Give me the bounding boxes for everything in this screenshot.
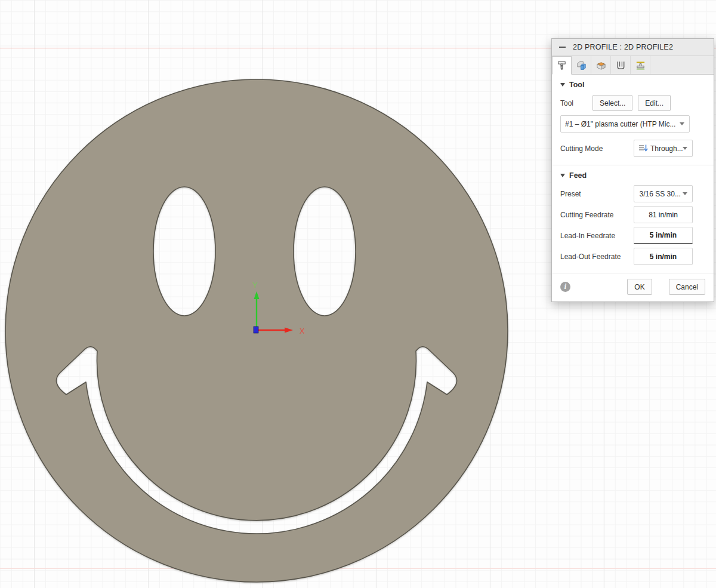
dialog-tabs (552, 56, 714, 75)
origin-marker (254, 327, 258, 333)
cutting-feedrate-row: Cutting Feedrate (560, 206, 705, 223)
info-glyph: i (564, 282, 566, 291)
geometry-icon (576, 60, 587, 71)
chevron-down-icon (683, 147, 687, 150)
profile-dialog: 2D PROFILE : 2D PROFILE2 (551, 38, 714, 302)
dialog-body: Tool Tool Select... Edit... #1 – Ø1" pla… (552, 75, 714, 301)
section-tool-label: Tool (569, 81, 584, 89)
chevron-down-icon (683, 192, 687, 195)
tab-geometry[interactable] (572, 56, 591, 74)
cancel-button[interactable]: Cancel (669, 279, 705, 295)
cutting-feedrate-label: Cutting Feedrate (560, 211, 613, 219)
x-axis-label: X (300, 327, 305, 335)
lead-in-feedrate-label: Lead-In Feedrate (560, 232, 615, 240)
tool-dropdown[interactable]: #1 – Ø1" plasma cutter (HTP Mic... (560, 115, 690, 133)
tab-linking[interactable] (631, 56, 650, 74)
heights-icon (595, 60, 607, 71)
section-feed-label: Feed (569, 171, 587, 180)
lead-in-feedrate-row: Lead-In Feedrate (560, 227, 705, 244)
cutting-mode-icon (638, 144, 648, 153)
section-tool-header[interactable]: Tool (552, 75, 714, 94)
preset-label: Preset (560, 190, 581, 198)
collapse-triangle-icon (560, 174, 565, 177)
cutting-mode-row: Cutting Mode Through... (560, 140, 705, 157)
edit-tool-button[interactable]: Edit... (638, 95, 671, 111)
cutting-mode-dropdown[interactable]: Through... (634, 140, 693, 157)
collapse-triangle-icon (560, 83, 565, 87)
ok-button[interactable]: OK (627, 279, 652, 295)
passes-icon (615, 60, 626, 71)
cutting-mode-value: Through... (650, 144, 683, 153)
tab-heights[interactable] (591, 56, 611, 74)
tab-passes[interactable] (611, 56, 631, 74)
tool-dropdown-value: #1 – Ø1" plasma cutter (HTP Mic... (565, 120, 675, 128)
linking-icon (635, 60, 646, 71)
preset-row: Preset 3/16 SS 30... (560, 185, 705, 202)
chevron-down-icon (680, 122, 684, 125)
collapse-icon[interactable] (559, 47, 566, 48)
tool-label: Tool (560, 99, 573, 107)
lead-out-feedrate-row: Lead-Out Feedrate (560, 248, 705, 265)
lead-out-feedrate-label: Lead-Out Feedrate (560, 253, 621, 261)
dialog-footer: i OK Cancel (552, 273, 714, 301)
section-feed-header[interactable]: Feed (552, 165, 714, 185)
lead-out-feedrate-input[interactable] (634, 248, 693, 265)
lead-in-feedrate-input[interactable] (634, 227, 693, 244)
cutting-feedrate-input[interactable] (634, 206, 693, 223)
preset-value: 3/16 SS 30... (640, 190, 681, 198)
select-tool-button[interactable]: Select... (592, 95, 632, 111)
tool-row: Tool Select... Edit... (560, 94, 705, 112)
y-axis-label: Y (252, 281, 258, 290)
preset-dropdown[interactable]: 3/16 SS 30... (634, 185, 693, 202)
cutting-mode-label: Cutting Mode (560, 144, 603, 153)
dialog-title: 2D PROFILE : 2D PROFILE2 (573, 43, 673, 51)
tool-icon (556, 60, 567, 71)
tab-tool[interactable] (552, 56, 572, 75)
fusion-cam-screen: Y X 2D PROFILE : 2D PROFILE2 (0, 0, 716, 588)
info-icon[interactable]: i (560, 282, 570, 292)
dialog-header: 2D PROFILE : 2D PROFILE2 (552, 39, 714, 56)
